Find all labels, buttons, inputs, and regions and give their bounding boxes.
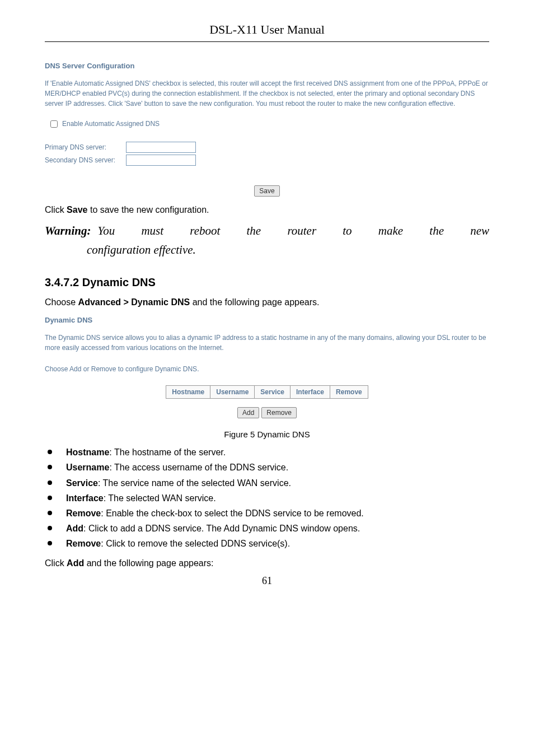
warning-line1: You must reboot the router to make the n… bbox=[97, 222, 489, 241]
th-hostname: Hostname bbox=[166, 386, 210, 399]
choose-prefix: Choose bbox=[45, 297, 78, 307]
warning-line2: configuration effective. bbox=[87, 241, 489, 260]
save-note-suffix: to save the new configuration. bbox=[87, 205, 209, 214]
bullet-bold: Hostname bbox=[66, 447, 109, 457]
figure-caption: Figure 5 Dynamic DNS bbox=[45, 430, 489, 439]
bullet-bold: Username bbox=[66, 463, 109, 472]
secondary-dns-row: Secondary DNS server: bbox=[45, 155, 489, 166]
bullet-icon bbox=[48, 465, 52, 469]
add-remove-button-row: Add Remove bbox=[45, 407, 489, 418]
save-note-prefix: Click bbox=[45, 205, 67, 214]
bullet-icon bbox=[48, 541, 52, 545]
dynamic-dns-subheading: Dynamic DNS bbox=[45, 316, 489, 324]
bullet-bold: Remove bbox=[66, 508, 101, 518]
bullet-text: : The access username of the DDNS servic… bbox=[109, 463, 288, 472]
list-item: Username: The access username of the DDN… bbox=[45, 460, 489, 475]
dns-config-heading: DNS Server Configuration bbox=[45, 62, 489, 70]
bullet-icon bbox=[48, 450, 52, 454]
secondary-dns-label: Secondary DNS server: bbox=[45, 156, 126, 164]
auto-dns-checkbox[interactable] bbox=[50, 120, 58, 128]
primary-dns-label: Primary DNS server: bbox=[45, 143, 126, 151]
primary-dns-row: Primary DNS server: bbox=[45, 142, 489, 153]
dns-config-description: If 'Enable Automatic Assigned DNS' check… bbox=[45, 78, 489, 109]
auto-dns-label: Enable Automatic Assigned DNS bbox=[62, 120, 160, 128]
save-button[interactable]: Save bbox=[254, 185, 279, 197]
click-add-suffix: and the following page appears: bbox=[84, 558, 213, 568]
remove-button[interactable]: Remove bbox=[261, 407, 297, 418]
page-number: 61 bbox=[45, 575, 489, 587]
click-add-prefix: Click bbox=[45, 558, 67, 568]
bullet-bold: Interface bbox=[66, 493, 104, 503]
bullet-text: : Enable the check-box to select the DDN… bbox=[101, 508, 364, 518]
dns-table: Hostname Username Service Interface Remo… bbox=[166, 385, 368, 399]
bullet-text: : Click to add a DDNS service. The Add D… bbox=[83, 524, 360, 533]
bullet-bold: Remove bbox=[66, 539, 101, 548]
table-header-row: Hostname Username Service Interface Remo… bbox=[166, 386, 368, 399]
secondary-dns-input[interactable] bbox=[126, 155, 196, 166]
save-note: Click Save to save the new configuration… bbox=[45, 205, 489, 215]
choose-text: Choose Advanced > Dynamic DNS and the fo… bbox=[45, 297, 489, 307]
click-add-bold: Add bbox=[67, 558, 84, 568]
choose-suffix: and the following page appears. bbox=[190, 297, 319, 307]
bullet-icon bbox=[48, 526, 52, 530]
click-add-text: Click Add and the following page appears… bbox=[45, 558, 489, 568]
list-item: Interface: The selected WAN service. bbox=[45, 491, 489, 506]
warning-label: Warning: bbox=[45, 224, 91, 237]
auto-dns-checkbox-row: Enable Automatic Assigned DNS bbox=[50, 120, 489, 128]
save-button-row: Save bbox=[45, 185, 489, 197]
list-item: Remove: Enable the check-box to select t… bbox=[45, 506, 489, 521]
list-item: Hostname: The hostname of the server. bbox=[45, 445, 489, 460]
save-note-bold: Save bbox=[67, 205, 87, 214]
dynamic-dns-instruction: Choose Add or Remove to configure Dynami… bbox=[45, 364, 489, 374]
th-username: Username bbox=[210, 386, 255, 399]
bullet-text: : The hostname of the server. bbox=[109, 447, 226, 457]
bullet-icon bbox=[48, 480, 52, 485]
dynamic-dns-heading: 3.4.7.2 Dynamic DNS bbox=[45, 276, 489, 289]
choose-bold: Advanced > Dynamic DNS bbox=[78, 297, 190, 307]
header-divider bbox=[45, 41, 489, 42]
bullet-text: : The service name of the selected WAN s… bbox=[98, 478, 291, 488]
th-remove: Remove bbox=[330, 386, 368, 399]
primary-dns-input[interactable] bbox=[126, 142, 196, 153]
list-item: Add: Click to add a DDNS service. The Ad… bbox=[45, 521, 489, 536]
bullet-bold: Add bbox=[66, 524, 83, 533]
list-item: Service: The service name of the selecte… bbox=[45, 475, 489, 491]
bullet-icon bbox=[48, 496, 52, 500]
bullet-text: : The selected WAN service. bbox=[104, 493, 216, 503]
dynamic-dns-description: The Dynamic DNS service allows you to al… bbox=[45, 333, 489, 353]
dns-table-container: Hostname Username Service Interface Remo… bbox=[45, 385, 489, 399]
page-header-title: DSL-X11 User Manual bbox=[45, 22, 489, 37]
bullet-bold: Service bbox=[66, 478, 98, 488]
bullet-text: : Click to remove the selected DDNS serv… bbox=[101, 539, 290, 548]
add-button[interactable]: Add bbox=[237, 407, 259, 418]
warning-block: Warning: You must reboot the router to m… bbox=[45, 222, 489, 259]
bullet-list: Hostname: The hostname of the server. Us… bbox=[45, 445, 489, 551]
th-interface: Interface bbox=[291, 386, 330, 399]
bullet-icon bbox=[48, 511, 52, 515]
th-service: Service bbox=[255, 386, 291, 399]
list-item: Remove: Click to remove the selected DDN… bbox=[45, 536, 489, 551]
